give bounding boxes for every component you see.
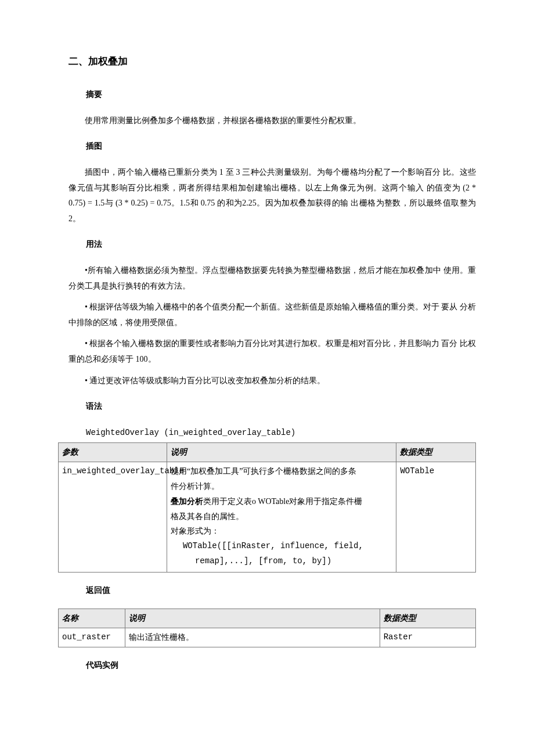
param-type-cell: WOTable — [396, 462, 476, 573]
heading-return: 返回值 — [86, 583, 476, 599]
usage-bullet-3: • 根据各个输入栅格数据的重要性或者影响力百分比对其进行加权。权重是相对百分比，… — [68, 336, 476, 367]
heading-code-example: 代码实例 — [86, 658, 476, 674]
abstract-paragraph: 使用常用测量比例叠加多个栅格数据，并根据各栅格数据的重要性分配权重。 — [68, 113, 476, 129]
heading-syntax: 语法 — [86, 399, 476, 415]
heading-illustration: 插图 — [86, 139, 476, 154]
return-desc-cell: 输出适宜性栅格。 — [125, 628, 380, 647]
return-header-name: 名称 — [59, 609, 125, 628]
syntax-signature: WeightedOverlay (in_weighted_overlay_tab… — [86, 425, 476, 441]
param-desc-cell: 使用“加权叠加工具”可执行多个栅格数据之间的多条 件分析计算。 叠加分析类用于定… — [167, 462, 396, 573]
param-header-name: 参数 — [59, 443, 167, 462]
param-header-desc: 说明 — [167, 443, 396, 462]
usage-bullet-4: • 通过更改评估等级或影响力百分比可以改变加权叠加分析的结果。 — [68, 373, 476, 389]
param-header-type: 数据类型 — [396, 443, 476, 462]
usage-bullet-4-text: • 通过更改评估等级或影响力百分比可以改变加权叠加分析的结果。 — [85, 376, 325, 385]
return-header-desc: 说明 — [125, 609, 380, 628]
return-table: 名称 说明 数据类型 out_raster 输出适宜性栅格。 Raster — [58, 609, 476, 647]
parameters-table: 参数 说明 数据类型 in_weighted_overlay_table 使用“… — [58, 442, 476, 572]
heading-usage: 用法 — [86, 237, 476, 253]
return-header-type: 数据类型 — [380, 609, 475, 628]
usage-bullet-2-lead: • 根据评估等级为输入栅格中的各个值类分配一个新值。这些新值是原始输入栅格值的重… — [85, 303, 457, 311]
table-row: out_raster 输出适宜性栅格。 Raster — [59, 628, 476, 647]
table-header-row: 名称 说明 数据类型 — [59, 609, 476, 628]
return-name-cell: out_raster — [59, 628, 125, 647]
table-row: in_weighted_overlay_table 使用“加权叠加工具”可执行多… — [59, 462, 476, 573]
usage-bullet-1-text: •所有输入栅格数据必须为整型。浮点型栅格数据要先转换为整型栅格数据，然后才能在加… — [68, 266, 476, 290]
table-header-row: 参数 说明 数据类型 — [59, 443, 476, 462]
usage-bullet-2: • 根据评估等级为输入栅格中的各个值类分配一个新值。这些新值是原始输入栅格值的重… — [68, 300, 476, 330]
usage-bullet-3-lead: • 根据各个输入栅格数据的重要性或者影响力百分比对其进行加权。权重是相对百分比，… — [85, 339, 457, 348]
bold-term: 叠加分析 — [171, 497, 203, 506]
param-desc-line: 使用“加权叠加工具”可执行多个栅格数据之间的多条 — [171, 465, 392, 478]
param-desc-rest: 类用于定义表o WOTable对象用于指定条件栅 — [203, 497, 362, 506]
param-desc-line: 格及其各自的属性。 — [171, 510, 392, 524]
heading-abstract: 摘要 — [86, 87, 476, 103]
param-code-line: remap],...], [from, to, by]) — [171, 555, 392, 568]
return-type-cell: Raster — [380, 628, 475, 647]
param-name-cell: in_weighted_overlay_table — [59, 462, 167, 573]
param-desc-line: 对象形式为： — [171, 524, 392, 538]
page-title: 二、加权叠加 — [68, 52, 476, 71]
usage-bullet-1: •所有输入栅格数据必须为整型。浮点型栅格数据要先转换为整型栅格数据，然后才能在加… — [68, 263, 476, 294]
param-desc-line: 件分析计算。 — [171, 480, 392, 494]
param-code-line: WOTable([[inRaster, influence, field, — [171, 539, 392, 553]
illustration-paragraph: 插图中，两个输入栅格已重新分类为 1 至 3 三种公共测量级别。为每个栅格均分配… — [68, 165, 476, 226]
document-page: 二、加权叠加 摘要 使用常用测量比例叠加多个栅格数据，并根据各栅格数据的重要性分… — [0, 0, 534, 719]
param-desc-line: 叠加分析类用于定义表o WOTable对象用于指定条件栅 — [171, 495, 392, 509]
